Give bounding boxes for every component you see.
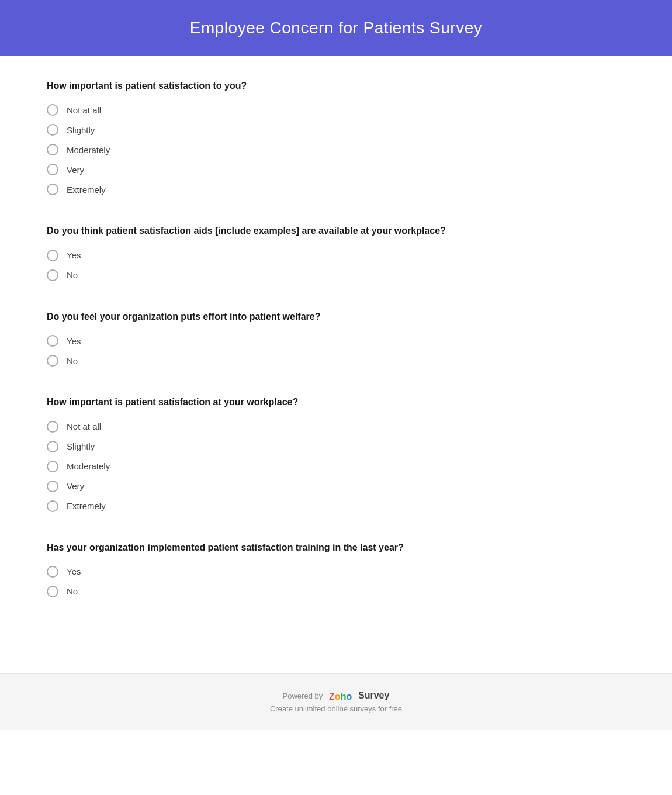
survey-word: Survey xyxy=(358,690,389,700)
radio-q4-1[interactable] xyxy=(47,441,58,452)
option-row-q1-1[interactable]: Slightly xyxy=(47,124,538,136)
option-label-q2-0: Yes xyxy=(67,250,81,260)
radio-q2-1[interactable] xyxy=(47,269,58,281)
zoho-o2: o xyxy=(346,692,352,702)
option-row-q2-0[interactable]: Yes xyxy=(47,250,538,261)
zoho-h: h xyxy=(341,692,347,702)
zoho-logo: Zoho xyxy=(329,692,352,702)
question-block-q1: How important is patient satisfaction to… xyxy=(47,80,538,195)
radio-q2-0[interactable] xyxy=(47,250,58,261)
option-label-q4-0: Not at all xyxy=(67,421,101,431)
option-row-q4-4[interactable]: Extremely xyxy=(47,500,538,512)
radio-q5-0[interactable] xyxy=(47,566,58,578)
question-text-q2: Do you think patient satisfaction aids [… xyxy=(47,224,538,237)
option-row-q4-0[interactable]: Not at all xyxy=(47,421,538,433)
option-label-q3-1: No xyxy=(67,356,78,366)
option-row-q5-0[interactable]: Yes xyxy=(47,566,538,578)
option-label-q1-0: Not at all xyxy=(67,105,101,115)
question-text-q1: How important is patient satisfaction to… xyxy=(47,80,538,92)
question-block-q3: Do you feel your organization puts effor… xyxy=(47,310,538,367)
survey-title: Employee Concern for Patients Survey xyxy=(12,19,660,37)
option-label-q4-4: Extremely xyxy=(67,501,106,511)
option-label-q4-2: Moderately xyxy=(67,461,110,471)
zoho-z: Z xyxy=(329,692,335,702)
option-row-q2-1[interactable]: No xyxy=(47,269,538,281)
option-row-q3-0[interactable]: Yes xyxy=(47,335,538,347)
radio-q1-0[interactable] xyxy=(47,104,58,116)
option-label-q5-1: No xyxy=(67,586,78,596)
radio-q4-2[interactable] xyxy=(47,461,58,472)
radio-q5-1[interactable] xyxy=(47,586,58,597)
radio-q4-3[interactable] xyxy=(47,481,58,492)
option-label-q4-1: Slightly xyxy=(67,441,95,451)
radio-q4-0[interactable] xyxy=(47,421,58,433)
option-row-q1-4[interactable]: Extremely xyxy=(47,184,538,195)
question-block-q4: How important is patient satisfaction at… xyxy=(47,396,538,511)
radio-q1-4[interactable] xyxy=(47,184,58,195)
option-row-q5-1[interactable]: No xyxy=(47,586,538,597)
footer-tagline: Create unlimited online surveys for free xyxy=(12,704,660,713)
radio-q1-3[interactable] xyxy=(47,164,58,175)
radio-q1-1[interactable] xyxy=(47,124,58,136)
option-row-q4-1[interactable]: Slightly xyxy=(47,441,538,452)
question-text-q3: Do you feel your organization puts effor… xyxy=(47,310,538,323)
option-label-q1-4: Extremely xyxy=(67,185,106,195)
option-row-q1-2[interactable]: Moderately xyxy=(47,144,538,155)
option-row-q4-3[interactable]: Very xyxy=(47,481,538,492)
option-row-q1-0[interactable]: Not at all xyxy=(47,104,538,116)
option-row-q4-2[interactable]: Moderately xyxy=(47,461,538,472)
question-block-q5: Has your organization implemented patien… xyxy=(47,541,538,597)
radio-q3-0[interactable] xyxy=(47,335,58,347)
radio-q4-4[interactable] xyxy=(47,500,58,512)
zoho-o1: o xyxy=(335,692,341,702)
question-block-q2: Do you think patient satisfaction aids [… xyxy=(47,224,538,281)
option-row-q1-3[interactable]: Very xyxy=(47,164,538,175)
option-label-q5-0: Yes xyxy=(67,566,81,576)
option-label-q1-3: Very xyxy=(67,165,84,175)
option-row-q3-1[interactable]: No xyxy=(47,355,538,367)
survey-header: Employee Concern for Patients Survey xyxy=(0,0,672,56)
option-label-q2-1: No xyxy=(67,270,78,280)
option-label-q3-0: Yes xyxy=(67,336,81,346)
powered-by-label: Powered by xyxy=(283,692,323,700)
radio-q3-1[interactable] xyxy=(47,355,58,367)
option-label-q1-1: Slightly xyxy=(67,125,95,135)
question-text-q4: How important is patient satisfaction at… xyxy=(47,396,538,409)
option-label-q4-3: Very xyxy=(67,481,84,491)
radio-q1-2[interactable] xyxy=(47,144,58,155)
question-text-q5: Has your organization implemented patien… xyxy=(47,541,538,554)
footer: Powered by Zoho Survey Create unlimited … xyxy=(0,673,672,730)
option-label-q1-2: Moderately xyxy=(67,145,110,155)
